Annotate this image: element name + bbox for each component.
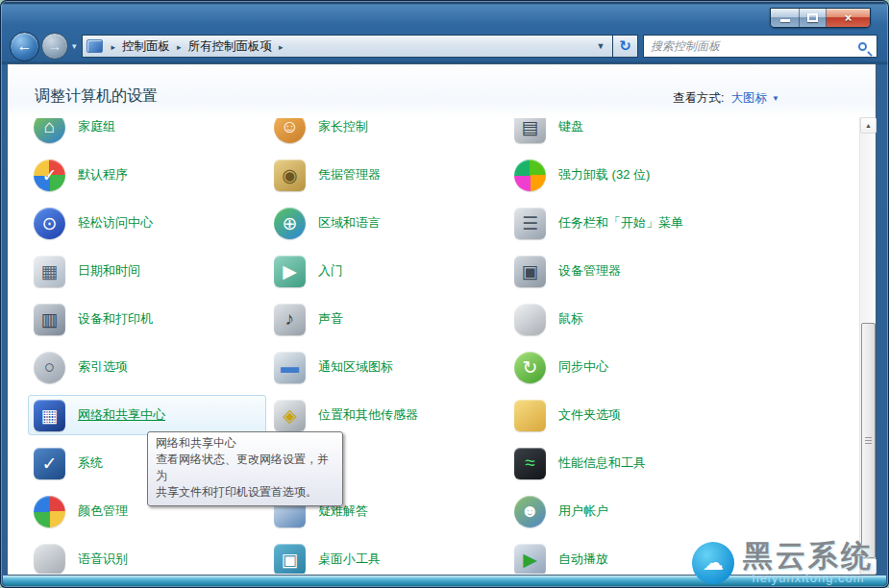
- item-label: 性能信息和工具: [558, 454, 646, 472]
- refresh-button[interactable]: ↻: [613, 35, 638, 58]
- address-dropdown-button[interactable]: ▼: [591, 41, 610, 51]
- item-label: 强力卸载 (32 位): [558, 166, 650, 184]
- cp-item-homegroup[interactable]: ⌂家庭组: [28, 118, 266, 147]
- cp-item-taskbar-start-menu[interactable]: ☰任务栏和「开始」菜单: [508, 203, 747, 243]
- cp-item-region-and-language[interactable]: ⊕区域和语言: [268, 203, 506, 243]
- cp-item-speech-recognition[interactable]: 语音识别: [28, 539, 266, 574]
- navigation-bar: ← → ▾ ▸控制面板▸所有控制面板项▸ ▼ ↻ 搜索控制面板: [10, 32, 877, 61]
- indexing-options-icon: ○: [34, 352, 65, 383]
- tooltip-title: 网络和共享中心: [156, 435, 334, 452]
- force-uninstall-icon: [514, 159, 546, 191]
- breadcrumb[interactable]: ▸控制面板▸所有控制面板项▸ ▼: [82, 35, 613, 58]
- search-input[interactable]: 搜索控制面板: [643, 35, 877, 58]
- network-sharing-center-icon: ▦: [34, 400, 65, 431]
- breadcrumb-items: ▸控制面板▸所有控制面板项▸: [105, 38, 290, 55]
- breadcrumb-separator-icon: ▸: [170, 42, 188, 52]
- cp-item-keyboard[interactable]: ▤键盘: [508, 118, 747, 147]
- cp-item-getting-started[interactable]: ▶入门: [268, 251, 506, 291]
- cp-item-device-manager[interactable]: ▣设备管理器: [508, 251, 747, 291]
- watermark-brand: 黑云系统: [743, 541, 874, 571]
- cp-item-desktop-gadgets[interactable]: ▣桌面小工具: [268, 539, 506, 574]
- cp-item-performance-tools[interactable]: ≈性能信息和工具: [508, 443, 747, 483]
- cloud-glyph: ☁: [703, 551, 724, 576]
- page-title: 调整计算机的设置: [35, 86, 158, 107]
- tooltip: 网络和共享中心 查看网络状态、更改网络设置，并为 共享文件和打印机设置首选项。: [147, 431, 343, 506]
- cp-item-indexing-options[interactable]: ○索引选项: [28, 347, 266, 387]
- scroll-up-button[interactable]: ▲: [860, 117, 877, 134]
- item-label: 语音识别: [78, 551, 128, 568]
- breadcrumb-item[interactable]: 控制面板: [122, 39, 170, 53]
- item-label: 桌面小工具: [318, 551, 381, 568]
- mouse-icon: [514, 304, 546, 335]
- view-by-label: 查看方式:: [673, 90, 724, 107]
- cp-item-mouse[interactable]: 鼠标: [508, 299, 747, 339]
- region-and-language-icon: ⊕: [274, 208, 306, 239]
- item-label: 自动播放: [558, 551, 608, 568]
- cp-item-network-sharing-center[interactable]: ▦网络和共享中心: [28, 395, 266, 435]
- item-label: 索引选项: [78, 358, 128, 376]
- cp-item-parental-controls[interactable]: ☺家长控制: [268, 118, 506, 147]
- taskbar-start-menu-icon: ☰: [514, 208, 546, 239]
- watermark-domain: heiyunxitong.com: [752, 572, 864, 584]
- cp-item-notification-area-icons[interactable]: ▬通知区域图标: [268, 347, 506, 387]
- control-panel-window: × ← → ▾ ▸控制面板▸所有控制面板项▸ ▼ ↻ 搜索控制面板 调整计算机的…: [0, 0, 889, 588]
- maximize-icon: [807, 13, 818, 22]
- item-label: 鼠标: [558, 310, 583, 328]
- vertical-scrollbar[interactable]: ▲ ▼: [859, 117, 876, 575]
- dropdown-icon: ▼: [597, 41, 605, 51]
- cp-item-credential-manager[interactable]: ◉凭据管理器: [268, 155, 506, 195]
- forward-button[interactable]: →: [41, 33, 68, 60]
- back-button[interactable]: ←: [10, 32, 39, 61]
- titlebar[interactable]: [0, 0, 889, 32]
- sync-center-icon: ↻: [514, 352, 546, 383]
- cp-item-sound[interactable]: ♪声音: [268, 299, 506, 339]
- item-label: 位置和其他传感器: [318, 406, 418, 424]
- content-area: 调整计算机的设置 查看方式: 大图标 ▼ ⌂家庭组✓默认程序⊙轻松访问中心▦日期…: [7, 63, 877, 576]
- item-label: 家长控制: [318, 118, 368, 135]
- cp-item-user-accounts[interactable]: ☻用户帐户: [508, 491, 747, 531]
- ease-of-access-icon: ⊙: [34, 208, 65, 239]
- close-button[interactable]: ×: [827, 9, 870, 27]
- item-label: 用户帐户: [558, 502, 608, 520]
- recent-pages-button[interactable]: ▾: [72, 41, 77, 51]
- item-label: 系统: [78, 454, 103, 472]
- cp-item-sync-center[interactable]: ↻同步中心: [508, 347, 747, 387]
- watermark: ☁ 黑云系统 heiyunxitong.com: [692, 541, 874, 584]
- cp-item-folder-options[interactable]: 文件夹选项: [508, 395, 747, 435]
- autoplay-icon: ▶: [514, 544, 546, 575]
- sound-icon: ♪: [274, 304, 306, 335]
- search-icon: [858, 42, 867, 51]
- cp-item-location-and-sensors[interactable]: ◈位置和其他传感器: [268, 395, 506, 435]
- cp-item-ease-of-access[interactable]: ⊙轻松访问中心: [28, 203, 266, 243]
- breadcrumb-item[interactable]: 所有控制面板项: [188, 39, 273, 53]
- item-label: 设备管理器: [558, 262, 621, 280]
- parental-controls-icon: ☺: [274, 118, 306, 143]
- item-label: 区域和语言: [318, 214, 381, 232]
- default-programs-icon: ✓: [34, 159, 65, 191]
- cp-item-devices-and-printers[interactable]: ▥设备和打印机: [28, 299, 266, 339]
- item-label: 轻松访问中心: [78, 214, 153, 232]
- item-label: 同步中心: [558, 358, 608, 376]
- item-label: 凭据管理器: [318, 166, 381, 184]
- scroll-up-icon: ▲: [865, 122, 872, 129]
- view-by-selector[interactable]: 大图标 ▼: [731, 90, 779, 107]
- user-accounts-icon: ☻: [514, 496, 546, 527]
- cp-item-date-and-time[interactable]: ▦日期和时间: [28, 251, 266, 291]
- maximize-button[interactable]: [800, 9, 827, 27]
- item-label: 颜色管理: [78, 502, 128, 520]
- performance-tools-icon: ≈: [514, 448, 546, 479]
- minimize-button[interactable]: [771, 9, 800, 27]
- item-label: 文件夹选项: [558, 406, 621, 424]
- view-by-value: 大图标: [731, 90, 768, 107]
- close-icon: ×: [845, 11, 852, 25]
- item-label: 任务栏和「开始」菜单: [558, 214, 683, 232]
- caption-button-group: ×: [770, 8, 871, 28]
- location-and-sensors-icon: ◈: [274, 400, 306, 431]
- watermark-text: 黑云系统 heiyunxitong.com: [743, 541, 874, 584]
- back-icon: ←: [17, 37, 33, 55]
- cp-item-default-programs[interactable]: ✓默认程序: [28, 155, 266, 195]
- credential-manager-icon: ◉: [274, 159, 306, 191]
- keyboard-icon: ▤: [514, 118, 546, 143]
- cp-item-force-uninstall[interactable]: 强力卸载 (32 位): [508, 155, 747, 195]
- scrollbar-thumb[interactable]: [861, 323, 876, 558]
